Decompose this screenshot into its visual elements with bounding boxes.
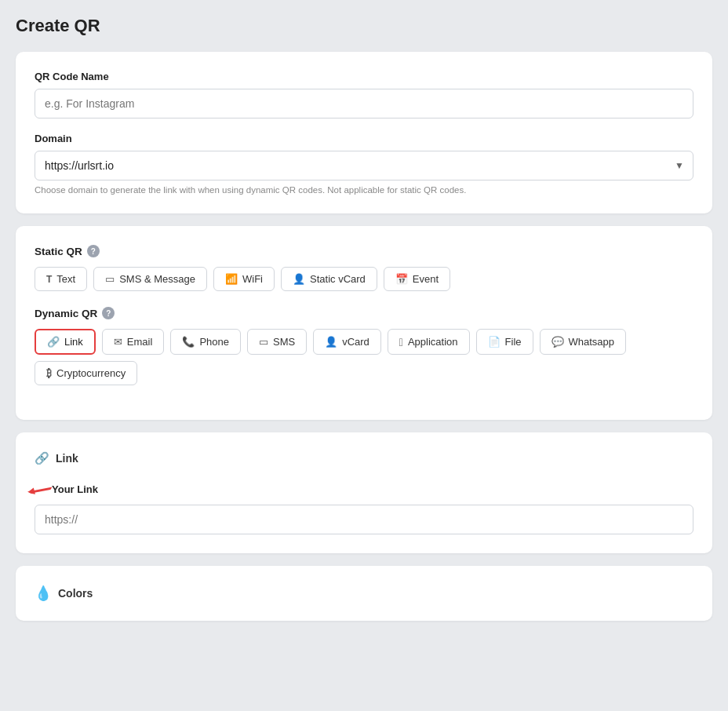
- dynamic-type-application[interactable]:  Application: [388, 329, 470, 355]
- static-type-event-label: Event: [413, 273, 439, 285]
- dynamic-qr-type-grid: 🔗 Link ✉ Email 📞 Phone ▭ SMS 👤 vCard : [35, 329, 693, 385]
- link-section-card: 🔗 Link Your Link: [16, 432, 712, 553]
- static-type-wifi[interactable]: 📶 WiFi: [213, 267, 275, 291]
- static-type-text-label: Text: [56, 273, 75, 285]
- dynamic-type-whatsapp[interactable]: 💬 Whatsapp: [540, 329, 627, 355]
- domain-field-group: Domain https://urlsrt.io ▼ Choose domain…: [35, 133, 693, 195]
- static-type-wifi-label: WiFi: [242, 273, 263, 285]
- your-link-input[interactable]: [35, 505, 693, 534]
- dynamic-type-cryptocurrency[interactable]: ₿ Cryptocurrency: [35, 361, 137, 385]
- dynamic-type-email[interactable]: ✉ Email: [102, 329, 165, 355]
- static-qr-type-grid: T Text ▭ SMS & Message 📶 WiFi 👤 Static v…: [35, 267, 693, 291]
- qr-name-label: QR Code Name: [35, 71, 693, 82]
- colors-header: 💧 Colors: [35, 585, 693, 602]
- static-type-vcard[interactable]: 👤 Static vCard: [281, 267, 377, 291]
- dynamic-type-file[interactable]: 📄 File: [476, 329, 533, 355]
- page-title: Create QR: [16, 16, 712, 36]
- dynamic-type-link-label: Link: [64, 336, 83, 348]
- domain-select-wrapper: https://urlsrt.io ▼: [35, 151, 693, 180]
- dynamic-type-cryptocurrency-label: Cryptocurrency: [56, 367, 126, 379]
- dynamic-type-phone-label: Phone: [199, 336, 229, 348]
- phone-icon: 📞: [182, 336, 195, 348]
- colors-card: 💧 Colors: [16, 566, 712, 621]
- dynamic-type-sms-label: SMS: [273, 336, 295, 348]
- domain-select[interactable]: https://urlsrt.io: [35, 151, 693, 180]
- static-qr-help-icon[interactable]: ?: [87, 245, 100, 257]
- vcard-icon: 👤: [293, 273, 305, 285]
- colors-label: Colors: [58, 587, 93, 600]
- link-section-header: 🔗 Link: [35, 451, 693, 465]
- dynamic-type-vcard[interactable]: 👤 vCard: [313, 329, 381, 355]
- dynamic-type-file-label: File: [505, 336, 522, 348]
- sms-message-icon: ▭: [105, 273, 115, 285]
- drop-icon: 💧: [35, 585, 52, 602]
- email-icon: ✉: [114, 336, 122, 348]
- domain-label: Domain: [35, 133, 693, 144]
- dynamic-vcard-icon: 👤: [325, 336, 337, 348]
- link-section-title: Link: [56, 452, 78, 465]
- dynamic-qr-label: Dynamic QR ?: [35, 307, 693, 319]
- dynamic-type-application-label: Application: [408, 336, 458, 348]
- link-icon: 🔗: [47, 336, 60, 348]
- application-icon: : [399, 336, 403, 348]
- wifi-icon: 📶: [225, 273, 238, 285]
- red-arrow-indicator: [25, 474, 53, 501]
- static-type-sms-message[interactable]: ▭ SMS & Message: [93, 267, 207, 291]
- dynamic-type-link[interactable]: 🔗 Link: [35, 329, 96, 355]
- static-type-vcard-label: Static vCard: [310, 273, 366, 285]
- your-link-group: Your Link: [35, 478, 693, 534]
- qr-name-domain-card: QR Code Name Domain https://urlsrt.io ▼ …: [16, 52, 712, 213]
- qr-name-field-group: QR Code Name: [35, 71, 693, 118]
- text-icon: T: [46, 274, 52, 285]
- sms-icon: ▭: [259, 336, 268, 348]
- your-link-label-row: Your Link: [35, 478, 693, 500]
- your-link-label: Your Link: [52, 483, 98, 495]
- dynamic-type-sms[interactable]: ▭ SMS: [247, 329, 307, 355]
- dynamic-type-phone[interactable]: 📞 Phone: [170, 329, 241, 355]
- dynamic-qr-help-icon[interactable]: ?: [102, 307, 115, 319]
- event-icon: 📅: [395, 273, 408, 285]
- static-type-event[interactable]: 📅 Event: [384, 267, 450, 291]
- cryptocurrency-icon: ₿: [46, 367, 52, 379]
- static-type-text[interactable]: T Text: [35, 267, 87, 291]
- qr-type-card: Static QR ? T Text ▭ SMS & Message 📶 WiF…: [16, 226, 712, 420]
- static-type-sms-label: SMS & Message: [119, 273, 195, 285]
- svg-line-0: [27, 476, 53, 501]
- whatsapp-icon: 💬: [551, 336, 564, 348]
- file-icon: 📄: [488, 336, 500, 348]
- dynamic-qr-section: Dynamic QR ? 🔗 Link ✉ Email 📞 Phone ▭ SM…: [35, 307, 693, 385]
- dynamic-type-email-label: Email: [127, 336, 153, 348]
- arrow-svg: [25, 474, 53, 501]
- static-qr-section: Static QR ? T Text ▭ SMS & Message 📶 WiF…: [35, 245, 693, 291]
- dynamic-type-vcard-label: vCard: [342, 336, 369, 348]
- link-header-icon: 🔗: [35, 451, 49, 465]
- static-qr-label: Static QR ?: [35, 245, 693, 257]
- arrow-label-wrapper: Your Link: [35, 478, 98, 500]
- dynamic-type-whatsapp-label: Whatsapp: [569, 336, 615, 348]
- qr-name-input[interactable]: [35, 89, 693, 118]
- domain-helper-text: Choose domain to generate the link with …: [35, 185, 693, 195]
